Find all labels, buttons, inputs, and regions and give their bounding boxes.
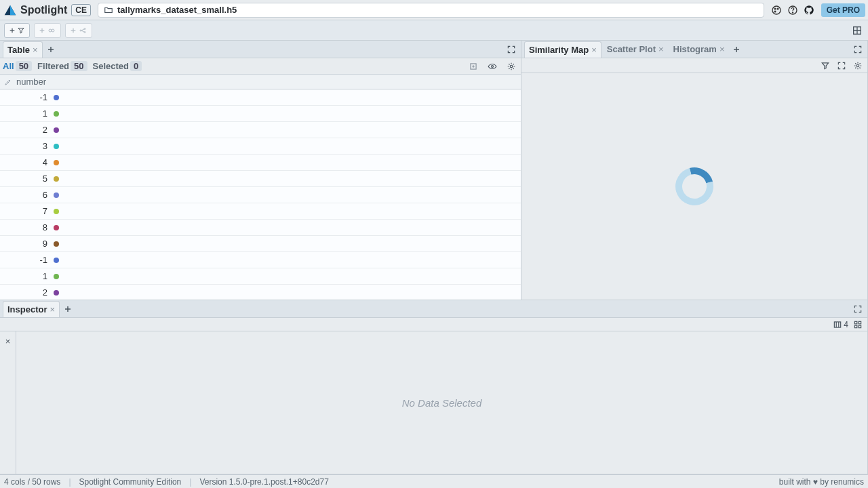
tab-inspector[interactable]: Inspector ×	[3, 301, 60, 317]
tab-scatter-plot[interactable]: Scatter Plot ×	[603, 41, 668, 58]
table-row[interactable]: 2	[0, 285, 521, 300]
svg-rect-20	[859, 321, 861, 324]
category-dot-icon	[52, 176, 61, 182]
inspector-grid-icon[interactable]	[851, 318, 865, 331]
maximize-panel-icon[interactable]	[851, 43, 865, 56]
tab-histogram[interactable]: Histogram ×	[669, 41, 729, 58]
cell-number: 1	[0, 108, 52, 119]
svg-point-7	[792, 12, 793, 12]
add-tab-button[interactable]	[44, 43, 58, 56]
svg-point-8	[49, 29, 52, 32]
svg-rect-18	[835, 321, 841, 327]
column-header-number[interactable]: number	[16, 77, 46, 87]
category-dot-icon	[52, 160, 61, 165]
layout-icon[interactable]	[850, 24, 864, 37]
table-row[interactable]: 1	[0, 106, 521, 122]
table-row[interactable]: 5	[0, 171, 521, 187]
palette-icon[interactable]	[770, 3, 783, 17]
table-row[interactable]: 6	[0, 187, 521, 203]
inspector-columns-count: 4	[844, 320, 848, 329]
svg-rect-19	[854, 321, 857, 324]
status-summary: 4 cols / 50 rows	[4, 477, 60, 487]
maximize-panel-icon[interactable]	[851, 302, 865, 316]
close-icon[interactable]: ×	[591, 45, 597, 55]
svg-point-4	[777, 8, 778, 9]
add-column-icon[interactable]	[467, 60, 480, 73]
cell-number: -1	[0, 92, 52, 102]
tally-filtered[interactable]: Filtered50	[37, 61, 87, 71]
category-dot-icon	[52, 274, 61, 279]
tab-label: Similarity Map	[529, 45, 589, 55]
help-icon[interactable]	[786, 3, 800, 17]
category-dot-icon	[52, 192, 61, 198]
svg-point-12	[84, 31, 85, 33]
cell-number: 5	[0, 174, 52, 184]
svg-marker-1	[10, 5, 16, 15]
filter-icon[interactable]	[818, 59, 832, 73]
category-dot-icon	[52, 290, 61, 296]
category-dot-icon	[52, 127, 61, 133]
add-tab-button[interactable]	[61, 302, 75, 316]
status-edition: Spotlight Community Edition	[79, 477, 182, 487]
get-pro-button[interactable]: Get PRO	[821, 3, 865, 17]
edit-icon	[4, 78, 12, 86]
close-icon[interactable]: ×	[50, 304, 56, 314]
inspector-columns-button[interactable]: 4	[833, 318, 848, 331]
category-dot-icon	[52, 209, 61, 214]
inspector-close-icon[interactable]: ×	[1, 334, 15, 348]
tally-all[interactable]: All50	[3, 61, 32, 71]
table-row[interactable]: 7	[0, 203, 521, 220]
tab-table[interactable]: Table ×	[3, 41, 43, 58]
tab-similarity-map[interactable]: Similarity Map ×	[524, 41, 601, 58]
table-row[interactable]: 1	[0, 268, 521, 285]
svg-rect-21	[854, 325, 857, 328]
close-icon[interactable]: ×	[658, 44, 664, 54]
table-row[interactable]: 8	[0, 220, 521, 236]
table-row[interactable]: -1	[0, 252, 521, 268]
category-dot-icon	[52, 95, 61, 100]
close-icon[interactable]: ×	[33, 45, 38, 55]
file-name: tallymarks_dataset_small.h5	[117, 5, 237, 15]
cell-number: 2	[0, 287, 52, 298]
category-dot-icon	[52, 144, 61, 149]
tally-selected[interactable]: Selected0	[93, 61, 142, 71]
cell-number: 1	[0, 271, 52, 281]
expand-icon[interactable]	[835, 59, 848, 73]
add-link-button	[34, 23, 61, 38]
table-row[interactable]: 3	[0, 138, 521, 155]
table-row[interactable]: 9	[0, 236, 521, 252]
table-row[interactable]: 2	[0, 122, 521, 138]
tab-label: Inspector	[7, 304, 47, 314]
add-tab-button[interactable]	[730, 43, 743, 56]
cell-number: 8	[0, 222, 52, 232]
cell-number: 6	[0, 190, 52, 200]
add-filter-button[interactable]	[4, 23, 30, 38]
cell-number: 4	[0, 157, 52, 167]
table-row[interactable]: 4	[0, 155, 521, 171]
folder-icon	[104, 5, 113, 15]
add-graph-button	[65, 23, 92, 38]
status-builtwith: built with ♥ by renumics	[779, 477, 864, 487]
category-dot-icon	[52, 225, 61, 230]
category-dot-icon	[52, 111, 61, 117]
category-dot-icon	[52, 258, 61, 263]
app-logo-icon	[3, 3, 18, 18]
visibility-icon[interactable]	[486, 60, 499, 73]
file-chip[interactable]: tallymarks_dataset_small.h5	[98, 3, 764, 18]
svg-point-15	[492, 65, 494, 67]
status-version: Version 1.5.0-pre.1.post.1+80c2d77	[199, 477, 328, 487]
svg-rect-22	[859, 325, 861, 328]
map-settings-icon[interactable]	[851, 59, 865, 73]
svg-point-16	[510, 65, 513, 68]
svg-point-3	[774, 8, 776, 9]
table-row[interactable]: -1	[0, 89, 521, 106]
close-icon[interactable]: ×	[719, 44, 725, 54]
github-icon[interactable]	[802, 3, 816, 17]
svg-point-5	[774, 11, 776, 12]
loading-spinner-icon	[669, 161, 720, 212]
table-settings-icon[interactable]	[505, 60, 518, 73]
brand-name: Spotlight	[20, 4, 67, 16]
inspector-empty-message: No Data Selected	[402, 397, 482, 409]
maximize-panel-icon[interactable]	[505, 43, 518, 56]
svg-point-11	[84, 28, 85, 29]
